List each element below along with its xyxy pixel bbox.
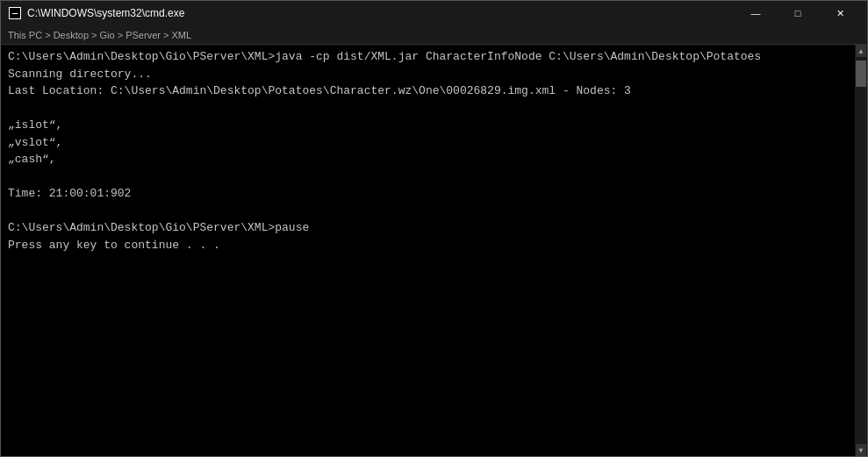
terminal-output: C:\Users\Admin\Desktop\Gio\PServer\XML>j… (8, 48, 860, 253)
scrollbar-down-button[interactable]: ▼ (856, 444, 866, 456)
window-title: C:\WINDOWS\system32\cmd.exe (27, 7, 184, 19)
scrollbar-track[interactable] (856, 57, 866, 444)
scrollbar-thumb[interactable] (856, 61, 866, 87)
scrollbar-up-button[interactable]: ▲ (856, 45, 866, 57)
cmd-icon-shape (9, 7, 21, 19)
scrollbar[interactable]: ▲ ▼ (855, 45, 867, 456)
terminal-body[interactable]: C:\Users\Admin\Desktop\Gio\PServer\XML>j… (1, 45, 867, 456)
minimize-button[interactable]: — (735, 1, 776, 25)
maximize-button[interactable]: □ (778, 1, 818, 25)
breadcrumb-bar: This PC > Desktop > Gio > PServer > XML (1, 25, 867, 45)
title-bar: C:\WINDOWS\system32\cmd.exe — □ ✕ (1, 1, 867, 25)
breadcrumb: This PC > Desktop > Gio > PServer > XML (8, 30, 191, 40)
cmd-window: C:\WINDOWS\system32\cmd.exe — □ ✕ This P… (0, 0, 868, 457)
title-bar-controls: — □ ✕ (735, 1, 860, 25)
close-button[interactable]: ✕ (820, 1, 860, 25)
title-bar-left: C:\WINDOWS\system32\cmd.exe (8, 6, 184, 20)
cmd-window-icon (8, 6, 22, 20)
